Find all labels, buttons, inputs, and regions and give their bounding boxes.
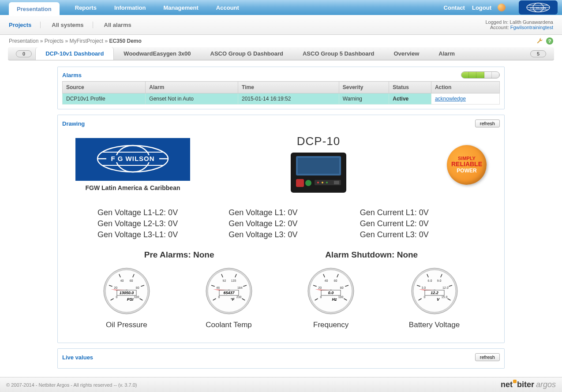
svg-rect-16 [296,179,304,187]
svg-text:40: 40 [120,279,124,282]
svg-text:13050.0: 13050.0 [120,291,134,295]
acknowledge-link[interactable]: acknowledge [431,93,499,105]
drawing-title: Drawing [62,120,85,127]
copyright-text: © 2007-2014 - Netbiter Argos - All right… [6,382,137,388]
alarm-table: Source Alarm Time Severity Status Action… [62,81,500,105]
th-status: Status [389,82,431,93]
svg-text:20: 20 [318,286,322,289]
svg-text:184: 184 [237,286,242,289]
gauge-frequency: 020406080100 0.0 Hz Frequency [307,267,355,329]
subnav-all-systems[interactable]: All systems [52,22,93,28]
left-badge: 0 [16,50,32,57]
values-grid: Gen Voltage L1-L2: 0V Gen Voltage L1: 0V… [75,208,487,239]
svg-text:80: 80 [340,286,344,289]
svg-text:0.0: 0.0 [328,291,334,295]
tab-woodward[interactable]: WoodwardEasygen 3x00 [114,47,200,60]
svg-text:92: 92 [222,279,226,282]
gauge-coolant-temp: 04692135184230 65437 °F Coolant Temp [205,267,253,329]
svg-text:0: 0 [116,295,117,299]
help-icon[interactable]: ? [546,37,553,45]
th-severity: Severity [339,82,389,93]
footer-brand: netbiterargos [501,380,556,387]
dcp-device-icon [290,152,347,194]
alarm-shutdown-status: Alarm Shutdown: None [325,250,418,260]
live-values-title: Live values [62,354,93,361]
fgw-logo-block: F G WILSON FGW Latin America & Caribbean [75,138,190,191]
top-navbar: Presentation Reports Information Managem… [0,0,562,15]
svg-text:0: 0 [320,295,322,299]
svg-text:230: 230 [236,295,241,299]
subnav-all-alarms[interactable]: All alarms [104,22,140,28]
tab-overview[interactable]: Overview [384,47,429,60]
svg-text:6.0: 6.0 [427,279,432,282]
tab-alarm[interactable]: Alarm [429,47,465,60]
account-link[interactable]: Fgwilsontrainingtest [510,25,553,30]
svg-text:100: 100 [134,295,139,299]
refresh-button[interactable]: refresh [475,119,500,127]
svg-point-17 [305,180,311,186]
svg-text:12.0: 12.0 [442,286,448,289]
nav-management[interactable]: Management [163,4,198,11]
alarm-row: DCP10v1 Profile Genset Not in Auto 2015-… [63,93,500,105]
svg-text:9.0: 9.0 [437,279,441,282]
svg-text:60: 60 [334,279,337,282]
gauge-icon: 03.06.09.012.015.0 12.2 V [410,267,459,315]
subnav-projects[interactable]: Projects [9,22,41,28]
svg-text:60: 60 [130,279,133,282]
live-values-panel: Live values refresh [57,348,505,369]
gauge-icon: 020406080100 13050.0 PSI [102,267,151,315]
svg-text:80: 80 [136,286,139,289]
gauge-icon: 020406080100 0.0 Hz [307,267,355,315]
svg-text:15.0: 15.0 [441,295,447,299]
sub-navbar: Projects All systems All alarms Logged I… [0,15,562,35]
wrench-icon[interactable] [536,37,543,45]
svg-text:F G WILSON: F G WILSON [530,7,546,9]
svg-text:12.2: 12.2 [431,291,438,295]
svg-text:V: V [436,297,439,302]
alarms-title: Alarms [62,72,82,78]
gauge-icon: 04692135184230 65437 °F [205,267,253,315]
drawing-panel: Drawing refresh F G WILSON [57,115,505,343]
simply-reliable-power-badge: SIMPLY RELIABLE POWER [447,145,487,185]
svg-point-20 [322,182,323,183]
tab-presentation[interactable]: Presentation [9,2,60,16]
svg-point-19 [317,182,319,183]
svg-rect-22 [334,181,339,184]
th-alarm: Alarm [146,82,238,93]
svg-text:Hz: Hz [332,297,337,302]
right-badge: 5 [530,50,546,57]
pre-alarms-status: Pre Alarms: None [144,250,214,260]
link-logout[interactable]: Logout [472,4,491,11]
svg-point-21 [326,182,328,183]
svg-text:135: 135 [231,279,236,282]
svg-text:°F: °F [230,297,235,302]
login-info: Logged In: Lalith Gunawardena Account: F… [485,19,553,30]
svg-text:20: 20 [114,286,117,289]
gauge-oil-pressure: 020406080100 13050.0 PSI Oil Pressure [102,267,151,329]
gauge-battery-voltage: 03.06.09.012.015.0 12.2 V Battery Voltag… [409,267,460,329]
svg-text:40: 40 [325,279,328,282]
tab-dcp10v1[interactable]: DCP-10v1 Dashboard [35,47,114,60]
bc-projects[interactable]: Projects [45,38,64,44]
signal-strength-icon [461,71,500,78]
refresh-button-live[interactable]: refresh [475,353,500,361]
svg-text:F G WILSON: F G WILSON [111,155,154,162]
tab-asco-5[interactable]: ASCO Group 5 Dashboard [293,47,384,60]
tab-asco-g[interactable]: ASCO Group G Dashboard [201,47,293,60]
link-contact[interactable]: Contact [444,4,465,11]
svg-text:PSI: PSI [127,297,134,302]
bc-current: EC350 Demo [109,38,141,44]
nav-reports[interactable]: Reports [75,4,97,11]
nav-account[interactable]: Account [216,4,239,11]
th-time: Time [238,82,339,93]
bc-presentation[interactable]: Presentation [9,38,38,44]
brand-logo: F G WILSON [519,0,558,15]
svg-text:65437: 65437 [223,291,235,295]
th-action: Action [431,82,499,93]
svg-text:0: 0 [423,295,425,299]
user-icon [498,4,506,11]
bc-myfirstproject[interactable]: MyFirstProject [69,38,103,44]
nav-information[interactable]: Information [114,4,146,11]
svg-text:100: 100 [338,295,344,299]
svg-text:0: 0 [218,295,220,299]
